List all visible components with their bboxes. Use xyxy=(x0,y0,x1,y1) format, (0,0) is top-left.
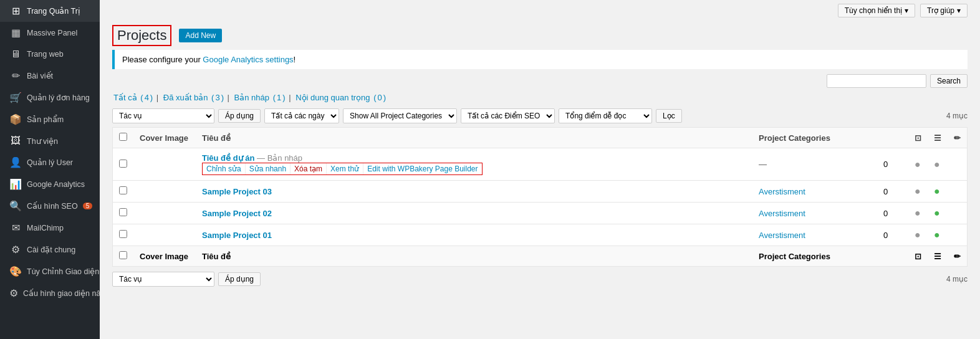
sidebar-item-thu-vien[interactable]: 🖼 Thư viện xyxy=(0,130,100,151)
footer-num-col xyxy=(877,246,908,267)
project-title-link[interactable]: Sample Project 01 xyxy=(202,231,272,240)
row-checkbox[interactable] xyxy=(119,160,127,168)
header-icon2: ☰ xyxy=(928,128,948,148)
help-button[interactable]: Trợ giúp ▾ xyxy=(920,4,968,17)
dot-green-icon: ● xyxy=(934,208,940,218)
seo-select[interactable]: Tất cả các Điểm SEO xyxy=(461,108,555,123)
notice-text-after: ! xyxy=(294,55,296,64)
footer-cat-col: Project Categories xyxy=(752,246,877,267)
user-icon: 👤 xyxy=(9,156,22,168)
row-edit-icon-cell xyxy=(948,181,968,203)
sidebar-item-mailchimp[interactable]: ✉ MailChimp xyxy=(0,217,100,239)
sidebar-item-google-analytics[interactable]: 📊 Google Analytics xyxy=(0,173,100,195)
notice-text-before: Please configure your xyxy=(122,55,203,64)
bottom-apply-button[interactable]: Áp dụng xyxy=(218,272,261,286)
analytics-icon: 📊 xyxy=(9,178,22,190)
admin-icon: ⊞ xyxy=(9,5,22,17)
sidebar-item-quan-ly-user[interactable]: 👤 Quản lý User xyxy=(0,151,100,173)
screen-options-button[interactable]: Tùy chọn hiển thị ▾ xyxy=(838,4,915,17)
sidebar-item-label: Massive Panel xyxy=(27,29,77,37)
footer-table-icon2: ☰ xyxy=(934,252,941,261)
row-checkbox-cell xyxy=(113,224,134,246)
dot-gray-icon: ● xyxy=(915,208,921,218)
row-checkbox[interactable] xyxy=(119,230,127,238)
filter-all-link[interactable]: Tất cả (4) xyxy=(112,93,155,102)
row-category-cell: Averstisment xyxy=(752,203,877,224)
footer-title-col: Tiêu đề xyxy=(196,246,752,267)
topbar: Tùy chọn hiển thị ▾ Trợ giúp ▾ xyxy=(100,0,980,19)
wpbakery-action[interactable]: Edit with WPBakery Page Builder xyxy=(363,163,481,174)
date-select[interactable]: Tất cả các ngày xyxy=(264,108,339,123)
help-label: Trợ giúp xyxy=(927,6,954,15)
sidebar-item-label: Thư viện xyxy=(27,136,58,146)
table-header-row: Cover Image Tiêu đề Project Categories ⊡… xyxy=(113,128,968,148)
sidebar-item-label: Quản lý User xyxy=(27,158,73,167)
project-title-link[interactable]: Tiêu đề dự án xyxy=(202,153,254,163)
add-new-button[interactable]: Add New xyxy=(179,29,222,42)
seo-icon: 🔍 xyxy=(9,200,22,212)
row-dot1-cell: ● xyxy=(908,181,928,203)
sidebar-item-label: Cấu hình giao diện nâng cao xyxy=(23,289,100,298)
chevron-down-icon: ▾ xyxy=(905,6,908,15)
category-link[interactable]: Averstisment xyxy=(759,231,805,240)
filter-button[interactable]: Lọc xyxy=(656,109,682,123)
footer-icon3-col: ✏ xyxy=(948,246,968,267)
sidebar-item-san-pham[interactable]: 📦 Sản phẩm xyxy=(0,108,100,130)
select-all-checkbox[interactable] xyxy=(119,133,127,141)
apply-button[interactable]: Áp dụng xyxy=(218,109,261,123)
footer-table-icon1: ⊡ xyxy=(915,252,921,261)
project-title-link[interactable]: Sample Project 03 xyxy=(202,187,272,196)
row-count-cell: 0 xyxy=(877,203,908,224)
category-select[interactable]: Show All Project Categories xyxy=(343,108,457,123)
row-dot1-cell: ● xyxy=(908,148,928,181)
header-categories: Project Categories xyxy=(752,128,877,148)
edit-action[interactable]: Chỉnh sửa xyxy=(203,163,246,174)
select-all-footer-checkbox[interactable] xyxy=(119,251,127,259)
row-count-cell: 0 xyxy=(877,181,908,203)
page-title: Projects xyxy=(112,25,171,46)
row-category-cell: Averstisment xyxy=(752,224,877,246)
table-icon2: ☰ xyxy=(934,133,941,143)
filter-draft-link[interactable]: Bản nháp (1) xyxy=(233,93,288,102)
category-link[interactable]: Averstisment xyxy=(759,209,805,218)
row-checkbox[interactable] xyxy=(119,208,127,216)
sidebar-item-label: Google Analytics xyxy=(27,180,85,189)
view-action[interactable]: Xem thử xyxy=(327,163,363,174)
search-row: Search xyxy=(100,74,980,90)
quick-edit-action[interactable]: Sửa nhanh xyxy=(246,163,291,174)
action-select[interactable]: Tác vụSửaDi chuyển vào thùng rác xyxy=(112,108,214,123)
footer-icon1-col: ⊡ xyxy=(908,246,928,267)
category-link[interactable]: Averstisment xyxy=(759,187,805,196)
trash-action[interactable]: Xóa tạm xyxy=(291,163,327,174)
massive-panel-icon: ▦ xyxy=(9,27,22,39)
sidebar-item-label: Trang web xyxy=(27,50,64,59)
sidebar-item-cau-hinh-seo[interactable]: 🔍 Cấu hình SEO 5 xyxy=(0,195,100,217)
row-title-cell: Sample Project 02 xyxy=(196,203,752,224)
search-button[interactable]: Search xyxy=(930,74,968,88)
header-cover-image: Cover Image xyxy=(133,128,196,148)
bottom-action-select[interactable]: Tác vụSửaDi chuyển vào thùng rác xyxy=(112,272,214,287)
search-input[interactable] xyxy=(827,74,926,88)
sidebar-item-tuy-chinh-giao-dien[interactable]: 🎨 Tùy Chỉnh Giao diện xyxy=(0,260,100,282)
project-title-link[interactable]: Sample Project 02 xyxy=(202,209,272,218)
google-analytics-settings-link[interactable]: Google Analytics settings xyxy=(203,55,293,64)
sidebar-item-cau-hinh-giao-dien[interactable]: ⚙ Cấu hình giao diện nâng cao xyxy=(0,282,100,304)
table-row: Sample Project 01 Averstisment 0 ● ● xyxy=(113,224,968,246)
row-edit-icon-cell xyxy=(948,224,968,246)
row-dot2-cell: ● xyxy=(928,203,948,224)
filter-published-link[interactable]: Đã xuất bản (3) xyxy=(162,93,226,102)
sidebar-item-quan-ly-don-hang[interactable]: 🛒 Quản lý đơn hàng xyxy=(0,87,100,108)
sidebar-item-bai-viet[interactable]: ✏ Bài viết xyxy=(0,65,100,87)
sidebar-item-label: Tùy Chỉnh Giao diện xyxy=(27,267,99,276)
header-icon1: ⊡ xyxy=(908,128,928,148)
readability-select[interactable]: Tổng điểm dễ đọc xyxy=(559,108,652,123)
filter-important-link[interactable]: Nội dung quan trọng (0) xyxy=(294,93,386,102)
sidebar-item-cai-dat-chung[interactable]: ⚙ Cài đặt chung xyxy=(0,239,100,260)
sidebar-item-admin[interactable]: ⊞ Trang Quản Trị xyxy=(0,0,100,22)
row-title-cell: Sample Project 01 xyxy=(196,224,752,246)
row-checkbox[interactable] xyxy=(119,186,127,194)
sidebar-item-trang-web[interactable]: 🖥 Trang web xyxy=(0,44,100,65)
sidebar-item-massive-panel[interactable]: ▦ Massive Panel xyxy=(0,22,100,44)
row-actions-box: Chỉnh sửa Sửa nhanh Xóa tạm Xem thử Edit… xyxy=(202,163,483,175)
seo-badge: 5 xyxy=(83,203,93,209)
